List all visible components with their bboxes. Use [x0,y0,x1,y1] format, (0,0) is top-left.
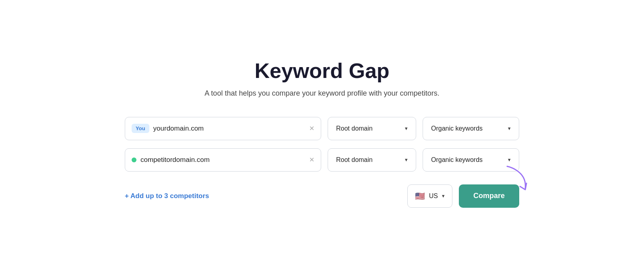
us-flag-icon: 🇺🇸 [415,191,425,201]
page-title: Keyword Gap [254,59,389,83]
country-code-label: US [429,192,438,200]
page-subtitle: A tool that helps you compare your keywo… [204,89,439,98]
country-dropdown[interactable]: 🇺🇸 US ▾ [407,184,452,208]
your-domain-input[interactable] [153,125,305,133]
your-domain-type-label: Root domain [336,125,373,132]
clear-competitor-domain-icon[interactable]: ✕ [309,156,314,164]
you-badge: You [132,124,149,133]
arrow-decoration [503,162,531,194]
your-keyword-type-chevron: ▾ [508,125,511,131]
competitor-domain-type-label: Root domain [336,156,373,164]
bottom-row: + Add up to 3 competitors 🇺🇸 US ▾ Compar… [125,184,519,208]
row-1: You ✕ Root domain ▾ Organic keywords ▾ [125,117,519,140]
competitor-domain-input-wrapper[interactable]: ✕ [125,148,321,172]
right-actions: 🇺🇸 US ▾ Compare [407,184,519,208]
form-container: You ✕ Root domain ▾ Organic keywords ▾ ✕… [125,117,519,208]
competitor-domain-type-chevron: ▾ [405,157,408,163]
your-domain-input-wrapper[interactable]: You ✕ [125,117,321,140]
row-2: ✕ Root domain ▾ Organic keywords ▾ [125,148,519,172]
your-keyword-type-label: Organic keywords [431,125,483,132]
your-domain-type-chevron: ▾ [405,125,408,131]
competitor-keyword-type-label: Organic keywords [431,156,483,164]
your-domain-type-dropdown[interactable]: Root domain ▾ [328,117,416,140]
your-keyword-type-dropdown[interactable]: Organic keywords ▾ [423,117,519,140]
page-container: Keyword Gap A tool that helps you compar… [101,43,543,224]
clear-your-domain-icon[interactable]: ✕ [309,125,314,132]
add-competitors-link[interactable]: + Add up to 3 competitors [125,192,209,200]
competitor-domain-input[interactable] [140,156,305,164]
country-chevron: ▾ [442,193,445,199]
competitor-domain-type-dropdown[interactable]: Root domain ▾ [328,148,416,172]
competitor-dot-icon [132,158,136,162]
